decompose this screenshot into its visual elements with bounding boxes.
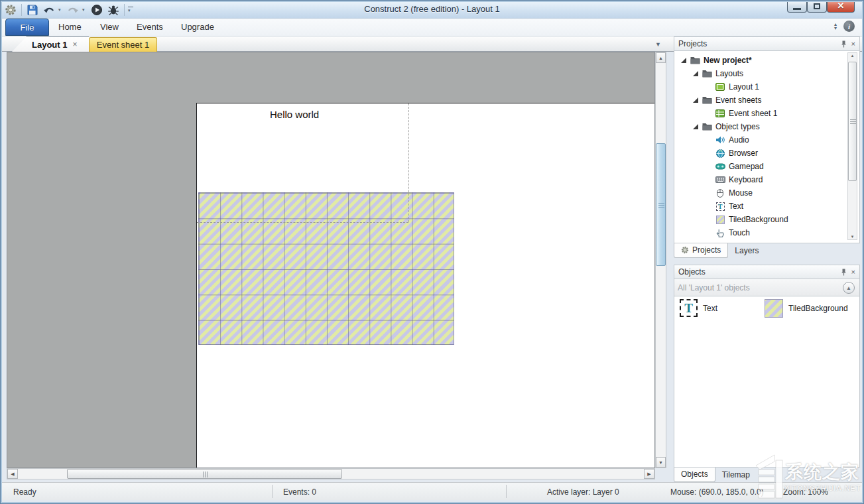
audio-icon: [715, 135, 725, 145]
tiled-background-object[interactable]: [198, 192, 454, 345]
tab-event-sheet-1[interactable]: Event sheet 1: [89, 37, 157, 52]
status-mouse-coords: Mouse: (690.0, 185.0, 0.0): [670, 487, 764, 497]
tree-item-object-types[interactable]: Object types: [680, 120, 859, 133]
scroll-down-icon[interactable]: ▼: [848, 235, 857, 239]
tree-item-event-sheets[interactable]: Event sheets: [680, 94, 859, 107]
projects-tree-scrollbar[interactable]: ▲ ▼: [847, 52, 857, 240]
expander-icon[interactable]: [693, 124, 698, 129]
pin-icon[interactable]: [841, 269, 847, 276]
tree-item-label: Layout 1: [729, 82, 759, 92]
status-ready: Ready: [13, 487, 36, 497]
layout-icon: [715, 82, 725, 92]
horizontal-scroll-thumb[interactable]: [67, 469, 342, 479]
tree-item-touch[interactable]: Touch: [680, 226, 859, 239]
minimize-icon: [793, 8, 801, 10]
object-item-text[interactable]: T Text: [680, 299, 717, 317]
about-info-button[interactable]: i: [843, 21, 855, 32]
panel-divider[interactable]: [666, 52, 674, 479]
objects-filter-bar: All 'Layout 1' objects ▲: [674, 279, 860, 296]
tab-close-icon[interactable]: ×: [72, 41, 77, 48]
tab-layers[interactable]: Layers: [728, 244, 765, 258]
status-events-count: Events: 0: [283, 487, 316, 497]
tree-item-label: Text: [729, 202, 743, 211]
tab-home[interactable]: Home: [58, 22, 82, 32]
tree-item-label: Keyboard: [729, 175, 763, 184]
tree-item-text[interactable]: T Text: [680, 200, 859, 213]
expander-icon[interactable]: [681, 58, 686, 63]
window-title: Construct 2 (free edition) - Layout 1: [0, 4, 864, 14]
tab-layout-1[interactable]: Layout 1 ×: [12, 36, 89, 52]
tree-item-layouts[interactable]: Layouts: [680, 67, 859, 80]
objects-filter-label: All 'Layout 1' objects: [678, 283, 750, 292]
window-size-guide-vertical: [408, 103, 409, 222]
tab-upgrade[interactable]: Upgrade: [181, 22, 214, 32]
gamepad-icon: [715, 162, 725, 171]
tab-events[interactable]: Events: [137, 22, 163, 32]
tab-tilemap[interactable]: Tilemap: [715, 468, 757, 482]
tree-item-event-sheet-1[interactable]: Event sheet 1: [680, 107, 859, 120]
tree-item-layout-1[interactable]: Layout 1: [680, 80, 859, 94]
tree-scroll-thumb[interactable]: [848, 62, 857, 181]
tree-item-label: Browser: [729, 149, 758, 158]
scroll-right-icon[interactable]: ▶: [644, 469, 654, 479]
ribbon-bar: File Home View Events Upgrade ▴▾ i: [0, 19, 864, 36]
expander-icon[interactable]: [693, 71, 698, 76]
tree-item-audio[interactable]: Audio: [680, 133, 859, 147]
projects-tree[interactable]: New project* Layouts Layout 1 Event shee…: [674, 51, 860, 243]
tree-item-tiledbackground[interactable]: TiledBackground: [680, 213, 859, 226]
file-menu-button[interactable]: File: [5, 19, 49, 36]
browser-icon: [715, 149, 725, 158]
tree-item-label: Object types: [715, 122, 760, 131]
tree-item-keyboard[interactable]: Keyboard: [680, 173, 859, 186]
folder-icon: [702, 69, 712, 78]
pin-icon[interactable]: [841, 40, 847, 48]
scroll-up-icon[interactable]: ▲: [848, 54, 857, 58]
tab-objects-label: Objects: [681, 470, 708, 479]
tree-item-browser[interactable]: Browser: [680, 147, 859, 160]
layout-area[interactable]: Hello world: [196, 103, 655, 468]
tree-item-label: Gamepad: [729, 162, 764, 171]
panel-close-icon[interactable]: ×: [851, 40, 855, 48]
tab-projects[interactable]: Projects: [674, 243, 728, 258]
maximize-icon: [814, 3, 820, 9]
tab-list-dropdown-icon[interactable]: ▼: [655, 41, 661, 48]
tab-layout-1-label: Layout 1: [32, 40, 67, 50]
window-size-guide-horizontal: [197, 222, 408, 223]
tab-projects-label: Projects: [692, 245, 721, 255]
tree-item-new-project[interactable]: New project*: [680, 54, 859, 67]
maximize-button[interactable]: [807, 0, 827, 13]
tree-item-label: Layouts: [715, 69, 743, 78]
scroll-left-icon[interactable]: ◀: [7, 469, 18, 479]
text-object-icon: T: [715, 202, 725, 211]
panel-close-icon[interactable]: ×: [851, 268, 855, 276]
tree-item-mouse[interactable]: Mouse: [680, 186, 859, 200]
ribbon-collapse-icon[interactable]: ▴▾: [834, 23, 837, 31]
minimize-button[interactable]: [787, 0, 807, 13]
close-icon: ✕: [837, 1, 845, 11]
status-zoom-level: Zoom: 100%: [783, 487, 828, 497]
tree-item-gamepad[interactable]: Gamepad: [680, 160, 859, 173]
scroll-down-icon[interactable]: ▼: [656, 457, 666, 468]
text-object[interactable]: Hello world: [270, 109, 319, 120]
canvas-horizontal-scrollbar[interactable]: ◀ ▶: [7, 468, 655, 479]
folder-icon: [702, 122, 712, 131]
objects-panel-title: Objects: [678, 267, 706, 277]
expander-icon[interactable]: [693, 97, 698, 103]
vertical-scroll-thumb[interactable]: [656, 143, 666, 266]
close-button[interactable]: ✕: [827, 0, 855, 13]
objects-list[interactable]: T Text TiledBackground: [674, 296, 860, 468]
folder-up-button[interactable]: ▲: [843, 282, 855, 294]
objects-panel-header: Objects ×: [674, 265, 860, 279]
projects-panel-title: Projects: [678, 39, 707, 48]
keyboard-icon: [715, 175, 725, 184]
tree-item-label: Mouse: [729, 188, 753, 198]
tab-view[interactable]: View: [100, 22, 119, 32]
tree-item-label: Event sheet 1: [729, 109, 777, 118]
mouse-icon: [715, 188, 725, 198]
layout-canvas[interactable]: Hello world: [7, 52, 655, 468]
tab-objects[interactable]: Objects: [674, 468, 715, 482]
object-item-label: Text: [703, 304, 717, 313]
object-item-tiledbackground[interactable]: TiledBackground: [765, 299, 848, 318]
scroll-up-icon[interactable]: ▲: [656, 52, 666, 63]
canvas-vertical-scrollbar[interactable]: ▲ ▼: [655, 52, 666, 468]
